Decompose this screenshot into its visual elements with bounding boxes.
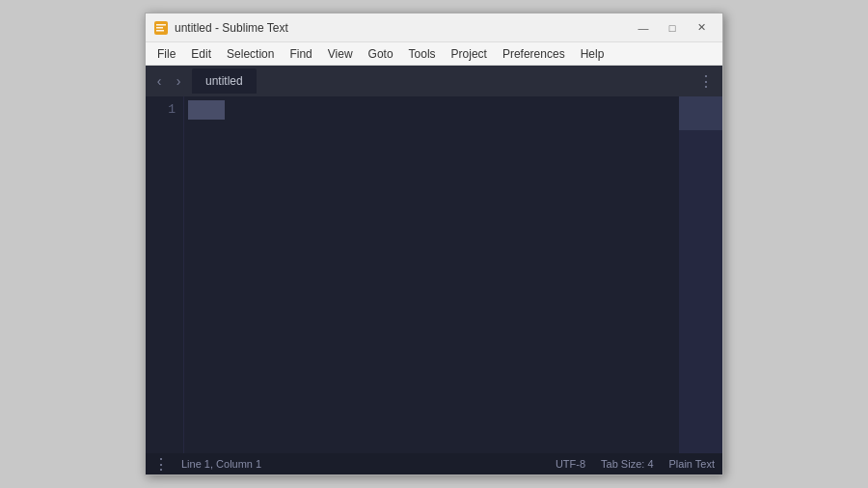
status-tab-size[interactable]: Tab Size: 4 bbox=[601, 458, 653, 470]
menu-bar: File Edit Selection Find View Goto Tools… bbox=[146, 42, 722, 66]
menu-view[interactable]: View bbox=[320, 44, 361, 64]
svg-rect-2 bbox=[156, 27, 163, 29]
menu-preferences[interactable]: Preferences bbox=[495, 44, 573, 64]
sublime-text-window: untitled - Sublime Text — □ ✕ File Edit … bbox=[145, 13, 723, 475]
tab-back-button[interactable]: ‹ bbox=[149, 70, 169, 92]
tab-untitled[interactable]: untitled bbox=[192, 68, 257, 94]
menu-project[interactable]: Project bbox=[444, 44, 495, 64]
close-button[interactable]: ✕ bbox=[688, 17, 715, 39]
menu-tools[interactable]: Tools bbox=[401, 44, 444, 64]
editor-area[interactable]: 1 bbox=[146, 96, 722, 453]
line-numbers: 1 bbox=[146, 96, 184, 453]
minimize-button[interactable]: — bbox=[630, 17, 657, 39]
window-title: untitled - Sublime Text bbox=[175, 21, 288, 35]
menu-help[interactable]: Help bbox=[573, 44, 612, 64]
status-position[interactable]: Line 1, Column 1 bbox=[181, 458, 261, 470]
tab-more-button[interactable]: ⋮ bbox=[698, 72, 715, 91]
status-bar-left: ⋮ Line 1, Column 1 bbox=[153, 455, 261, 474]
status-more-icon[interactable]: ⋮ bbox=[153, 455, 170, 474]
minimap-highlight bbox=[679, 96, 722, 130]
app-icon bbox=[153, 20, 169, 36]
status-encoding[interactable]: UTF-8 bbox=[556, 458, 585, 470]
status-syntax[interactable]: Plain Text bbox=[669, 458, 716, 470]
status-bar: ⋮ Line 1, Column 1 UTF-8 Tab Size: 4 Pla… bbox=[146, 453, 722, 474]
tab-forward-button[interactable]: › bbox=[169, 70, 188, 92]
cursor-block bbox=[188, 100, 225, 120]
title-bar-left: untitled - Sublime Text bbox=[153, 20, 288, 36]
title-bar-controls: — □ ✕ bbox=[630, 17, 715, 39]
minimap[interactable] bbox=[679, 96, 722, 453]
svg-rect-1 bbox=[156, 24, 166, 26]
menu-selection[interactable]: Selection bbox=[219, 44, 282, 64]
line-number-1: 1 bbox=[146, 100, 176, 120]
title-bar: untitled - Sublime Text — □ ✕ bbox=[146, 14, 722, 42]
menu-goto[interactable]: Goto bbox=[361, 44, 401, 64]
maximize-button[interactable]: □ bbox=[659, 17, 686, 39]
menu-edit[interactable]: Edit bbox=[183, 44, 219, 64]
editor-content[interactable] bbox=[184, 96, 679, 453]
menu-find[interactable]: Find bbox=[282, 44, 319, 64]
menu-file[interactable]: File bbox=[149, 44, 183, 64]
tab-bar: ‹ › untitled ⋮ bbox=[146, 66, 722, 96]
svg-rect-3 bbox=[156, 30, 164, 32]
status-bar-right: UTF-8 Tab Size: 4 Plain Text bbox=[556, 458, 715, 470]
tab-label: untitled bbox=[205, 74, 243, 88]
